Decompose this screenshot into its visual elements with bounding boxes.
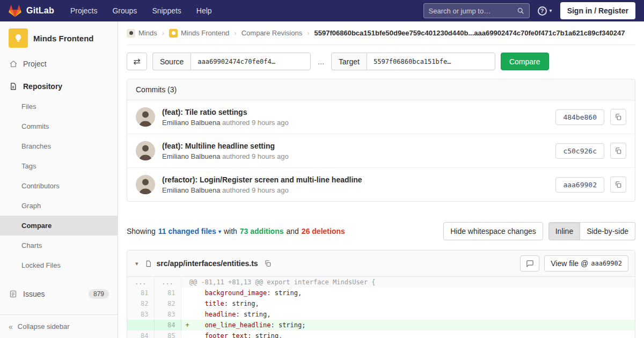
commit-info: (feat): Tile ratio settingsEmiliano Balb… (162, 108, 548, 127)
line-number-old[interactable]: ... (127, 277, 154, 288)
copy-path-button[interactable] (263, 259, 273, 268)
commit-author-link[interactable]: Emiliano Balbuena (162, 186, 220, 194)
project-name: Minds Frontend (33, 34, 94, 43)
help-dropdown[interactable]: ? ▾ (538, 6, 552, 16)
compare-button[interactable]: Compare (501, 53, 549, 70)
target-ref-dropdown[interactable]: 5597f06860bca151bfe… (367, 53, 495, 70)
nav-item-groups[interactable]: Groups (112, 6, 137, 15)
search-input[interactable] (429, 7, 517, 15)
sidebar-subitem-commits[interactable]: Commits (0, 116, 118, 136)
gitlab-tanuki-icon (9, 5, 21, 17)
commit-sha[interactable]: aaa69902 (555, 177, 604, 193)
breadcrumb-current-range: 5597f06860bca151bfe50d9ee759c401230d440b… (314, 29, 635, 37)
commit-row: (refactor): Login/Register screen and mu… (127, 167, 635, 201)
nav-item-help[interactable]: Help (196, 6, 212, 15)
line-number-new[interactable]: 82 (154, 298, 181, 309)
line-number-new[interactable]: 83 (154, 309, 181, 320)
breadcrumb-separator: › (307, 29, 309, 37)
breadcrumb-separator: › (162, 29, 164, 37)
nav-item-projects[interactable]: Projects (70, 6, 98, 15)
commit-author-link[interactable]: Emiliano Balbuena (162, 119, 220, 127)
breadcrumb-compare-revisions[interactable]: Compare Revisions (241, 29, 302, 37)
view-file-label: View file @ (551, 259, 588, 268)
code-token-property: one_line_headline (205, 321, 271, 329)
commit-title-link[interactable]: (feat): Tile ratio settings (162, 108, 548, 116)
diff-row: 8181 background_image: string, (127, 288, 635, 298)
swap-icon: ⇄ (133, 56, 140, 67)
commit-author-link[interactable]: Emiliano Balbuena (162, 152, 220, 160)
gitlab-home-link[interactable]: GitLab (9, 5, 54, 17)
commit-meta: Emiliano Balbuena authored 9 hours ago (162, 119, 548, 127)
breadcrumb-project[interactable]: Minds Frontend (169, 29, 229, 38)
sidebar-subitem-locked-files[interactable]: Locked Files (0, 255, 118, 275)
commit-sha-group: 484be860 (555, 109, 626, 125)
avatar[interactable] (136, 107, 155, 127)
line-number-new[interactable]: ... (154, 277, 181, 288)
line-number-new[interactable]: 81 (154, 288, 181, 298)
and-label: and (287, 227, 299, 236)
breadcrumb-separator: › (234, 29, 236, 37)
diff-sign (186, 289, 189, 297)
diff-file-header: ▾ src/app/interfaces/entities.ts View fi… (127, 251, 635, 277)
copy-sha-button[interactable] (610, 143, 626, 159)
sidebar-item-repository[interactable]: Repository (0, 78, 118, 95)
hide-whitespace-button[interactable]: Hide whitespace changes (443, 222, 543, 240)
diff-file-panel: ▾ src/app/interfaces/entities.ts View fi… (127, 250, 635, 338)
line-number-new[interactable]: 85 (154, 330, 181, 338)
avatar[interactable] (136, 175, 155, 194)
issues-count-badge: 879 (89, 289, 109, 299)
code-token-property: footer_text (205, 332, 247, 338)
side-by-side-view-button[interactable]: Side-by-side (580, 222, 635, 240)
commit-meta: Emiliano Balbuena authored 9 hours ago (162, 186, 548, 194)
view-file-button[interactable]: View file @ aaa69902 (544, 255, 628, 271)
diff-table: ...... @@ -81,11 +81,13 @@ export interf… (127, 277, 635, 338)
sidebar-subitem-compare[interactable]: Compare (0, 216, 118, 236)
sidebar-item-project[interactable]: Project (0, 55, 118, 72)
copy-sha-button[interactable] (610, 177, 626, 193)
sign-in-button[interactable]: Sign in / Register (560, 2, 635, 19)
line-number-old[interactable]: 84 (127, 330, 154, 338)
line-number-new[interactable]: 84 (154, 320, 181, 330)
line-number-old[interactable]: 81 (127, 288, 154, 298)
sidebar-subitem-charts[interactable]: Charts (0, 236, 118, 255)
sidebar-subitem-contributors[interactable]: Contributors (0, 176, 118, 196)
line-number-old[interactable]: 83 (127, 309, 154, 320)
avatar[interactable] (136, 141, 155, 160)
source-ref-dropdown[interactable]: aaa69902474c70fe0f4… (191, 53, 311, 70)
breadcrumb-group[interactable]: Minds (127, 29, 157, 38)
file-path[interactable]: src/app/interfaces/entities.ts (157, 259, 258, 268)
sidebar-item-issues[interactable]: Issues 879 (0, 285, 118, 303)
diff-sign (186, 311, 189, 318)
sidebar-subitem-branches[interactable]: Branches (0, 136, 118, 156)
commit-sha[interactable]: 484be860 (555, 109, 604, 125)
collapse-sidebar-button[interactable]: « Collapse sidebar (0, 314, 118, 338)
commit-title-link[interactable]: (feat): Multiline headline setting (162, 142, 548, 150)
code-cell: footer_text: string, (181, 330, 635, 338)
code-token-property: background_image (205, 289, 267, 297)
sidebar-item-label: Issues (23, 290, 45, 298)
code-cell: background_image: string, (181, 288, 635, 298)
inline-view-button[interactable]: Inline (548, 222, 580, 240)
line-number-old[interactable] (127, 320, 154, 330)
repository-subnav: FilesCommitsBranchesTagsContributorsGrap… (0, 95, 118, 278)
code-token-property: headline (205, 311, 236, 318)
code-cell: @@ -81,11 +81,13 @@ export interface Min… (181, 277, 635, 288)
global-search-box[interactable] (423, 3, 530, 18)
collapse-diff-icon[interactable]: ▾ (134, 260, 140, 267)
nav-item-snippets[interactable]: Snippets (152, 6, 181, 15)
swap-revisions-button[interactable]: ⇄ (127, 53, 147, 70)
diff-row: 8383 headline: string, (127, 309, 635, 320)
sidebar-subitem-tags[interactable]: Tags (0, 156, 118, 176)
copy-sha-button[interactable] (610, 109, 626, 125)
commit-title-link[interactable]: (refactor): Login/Register screen and mu… (162, 175, 548, 184)
diff-sign (186, 332, 189, 338)
line-number-old[interactable]: 82 (127, 298, 154, 309)
sidebar-subitem-files[interactable]: Files (0, 97, 118, 116)
toggle-comments-button[interactable] (520, 255, 539, 271)
commit-sha[interactable]: c50c926c (555, 143, 604, 159)
commit-row: (feat): Tile ratio settingsEmiliano Balb… (127, 100, 635, 134)
ref-separator: ... (318, 57, 324, 66)
changed-files-dropdown[interactable]: 11 changed files ▾ (158, 227, 221, 236)
project-context-header[interactable]: Minds Frontend (0, 21, 118, 55)
sidebar-subitem-graph[interactable]: Graph (0, 196, 118, 216)
